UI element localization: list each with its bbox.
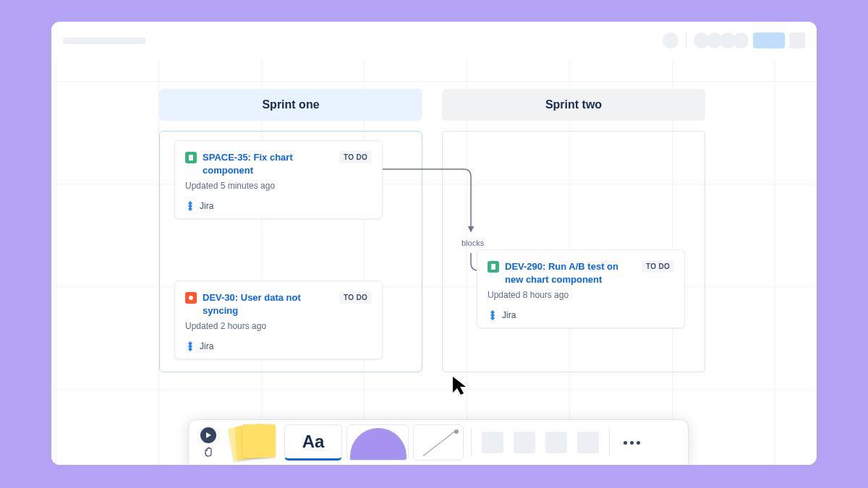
connector-label: blocks — [459, 239, 486, 247]
card-title: DEV-30: User data not syncing — [203, 291, 333, 317]
section-title: Sprint two — [545, 98, 602, 111]
menu-button[interactable] — [789, 33, 805, 48]
section-header-sprint-two[interactable]: Sprint two — [442, 89, 705, 121]
grid-line — [51, 81, 817, 82]
sticky-note-icon — [242, 424, 276, 458]
tool-placeholder-1[interactable] — [482, 432, 503, 453]
card-title-wrap: SPACE-35: Fix chart component — [185, 151, 333, 176]
whiteboard-canvas[interactable]: Sprint one Sprint two blocks SPACE-35: F… — [51, 59, 817, 465]
card-footer: Jira — [488, 310, 674, 320]
circle-icon — [350, 428, 407, 461]
card-footer: Jira — [185, 341, 372, 351]
tool-placeholder-3[interactable] — [545, 432, 567, 453]
tool-placeholder-2[interactable] — [514, 432, 535, 453]
card-updated: Updated 8 hours ago — [488, 290, 674, 300]
card-title-wrap: DEV-30: User data not syncing — [185, 291, 333, 317]
source-label: Jira — [200, 201, 213, 211]
grid-line — [775, 59, 775, 465]
card-footer: Jira — [185, 201, 372, 211]
section-title: Sprint one — [262, 98, 319, 111]
card-header: DEV-290: Run A/B test on new chart compo… — [488, 260, 674, 286]
hand-icon — [203, 446, 214, 458]
dot-icon — [637, 441, 640, 445]
svg-rect-2 — [491, 264, 495, 270]
more-tools-button[interactable] — [617, 424, 646, 461]
toolbar: Aa — [189, 420, 688, 465]
section-header-sprint-one[interactable]: Sprint one — [159, 89, 422, 121]
card-title: SPACE-35: Fix chart component — [203, 151, 333, 176]
topbar-title-placeholder — [63, 38, 146, 44]
card-header: SPACE-35: Fix chart component TO DO — [185, 151, 372, 176]
svg-rect-0 — [189, 155, 193, 160]
select-tool[interactable] — [196, 424, 221, 461]
tool-placeholder-4[interactable] — [577, 432, 599, 453]
issue-card-dev30[interactable]: DEV-30: User data not syncing TO DO Upda… — [174, 281, 383, 359]
text-tool-label: Aa — [302, 432, 325, 452]
status-badge: TO DO — [339, 291, 372, 304]
dot-icon — [624, 441, 627, 445]
share-button[interactable] — [753, 33, 785, 48]
card-updated: Updated 2 hours ago — [185, 321, 372, 331]
shape-tool[interactable] — [346, 424, 409, 461]
divider — [686, 33, 686, 48]
app-window: Sprint one Sprint two blocks SPACE-35: F… — [51, 22, 817, 465]
card-title-wrap: DEV-290: Run A/B test on new chart compo… — [488, 260, 636, 286]
jira-icon — [488, 310, 498, 320]
jira-icon — [185, 201, 195, 211]
grid-line — [56, 59, 56, 465]
jira-icon — [185, 341, 195, 351]
bug-icon — [185, 292, 197, 304]
pointer-icon — [200, 427, 216, 443]
source-label: Jira — [502, 310, 516, 320]
source-label: Jira — [200, 341, 213, 351]
story-icon — [488, 261, 499, 273]
card-updated: Updated 5 minutes ago — [185, 181, 372, 191]
card-header: DEV-30: User data not syncing TO DO — [185, 291, 372, 317]
status-badge: TO DO — [642, 260, 674, 273]
issue-card-space35[interactable]: SPACE-35: Fix chart component TO DO Upda… — [174, 140, 383, 219]
svg-point-1 — [189, 296, 193, 300]
topbar-right — [663, 33, 805, 48]
sticky-note-tool[interactable] — [225, 424, 280, 461]
divider — [609, 429, 610, 456]
cursor-icon — [451, 375, 469, 395]
dot-icon — [630, 441, 634, 445]
card-title: DEV-290: Run A/B test on new chart compo… — [505, 260, 636, 286]
collab-avatar-4[interactable] — [733, 33, 749, 48]
topbar — [51, 22, 817, 59]
status-badge: TO DO — [339, 151, 372, 163]
grid-line — [51, 389, 817, 390]
issue-card-dev290[interactable]: DEV-290: Run A/B test on new chart compo… — [477, 249, 685, 328]
line-endpoint-icon — [454, 429, 459, 434]
line-icon — [423, 431, 456, 456]
line-tool[interactable] — [413, 424, 464, 461]
avatar[interactable] — [663, 33, 678, 48]
text-tool[interactable]: Aa — [284, 424, 342, 461]
story-icon — [185, 152, 197, 163]
divider — [471, 429, 472, 456]
